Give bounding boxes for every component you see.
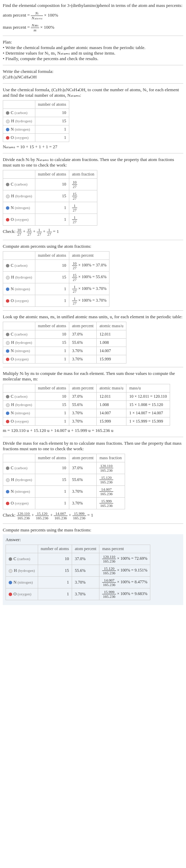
element-dot-icon bbox=[6, 218, 9, 221]
plan-b3: • Finally, compute the percents and chec… bbox=[3, 56, 183, 62]
count-section: Use the chemical formula, (C₂H₅)₂NC₆H₄OH… bbox=[3, 87, 183, 150]
divider bbox=[3, 65, 183, 65]
table-row: C (carbon)1037.0%12.011 bbox=[3, 330, 126, 339]
plan-b1: • Write the chemical formula and gather … bbox=[3, 45, 183, 50]
atomfrac-check: Check: 1027 + 1527 + 127 + 127 = 1 bbox=[3, 228, 183, 236]
table-row: H (hydrogen)1555.6%1.00815 × 1.008 = 15.… bbox=[3, 401, 170, 409]
element-dot-icon bbox=[6, 478, 10, 482]
table-row: H (hydrogen)1555.6%1.008 bbox=[3, 339, 126, 347]
table-row: H (hydrogen)151527 × 100% = 55.6% bbox=[3, 272, 109, 283]
divider bbox=[3, 523, 183, 524]
table-row: C (carbon)1037.0%120.110165.236 bbox=[3, 462, 125, 474]
final-section: Compute mass percents using the mass fra… bbox=[3, 527, 183, 605]
table-row: N (nitrogen)1127 × 100% = 3.70% bbox=[3, 283, 109, 295]
formula-prompt: Write the chemical formula: bbox=[3, 69, 183, 74]
fraction: 14.007165.236 bbox=[99, 487, 113, 496]
formula-value: (C₂H₅)₂NC₆H₄OH bbox=[3, 74, 183, 80]
fraction: 127 bbox=[72, 215, 77, 224]
fraction: 127 bbox=[72, 204, 77, 212]
element-cell: N (nitrogen) bbox=[3, 409, 35, 417]
fraction: 15.120165.236 bbox=[35, 511, 49, 520]
atom-percent-lhs: atom percent = bbox=[3, 12, 30, 18]
element-cell: C (carbon) bbox=[3, 393, 35, 401]
table-row: N (nitrogen)13.70%14.007165.236 × 100% =… bbox=[6, 577, 150, 588]
intro-text: Find the elemental composition for 3-(di… bbox=[3, 3, 183, 8]
table-row: O (oxygen)13.70%15.999165.236 bbox=[3, 498, 125, 509]
fraction: 127 bbox=[72, 296, 77, 305]
element-cell: O (oxygen) bbox=[3, 214, 35, 226]
mass-lookup-section: Look up the atomic mass, mᵢ, in unified … bbox=[3, 314, 183, 364]
fraction: 1027 bbox=[17, 228, 22, 236]
fraction: 14.007165.236 bbox=[54, 511, 68, 520]
element-cell: H (hydrogen) bbox=[3, 117, 35, 125]
answer-label: Answer: bbox=[6, 537, 180, 542]
element-dot-icon bbox=[6, 206, 9, 210]
divider bbox=[3, 83, 183, 84]
header-atoms: number of atoms bbox=[35, 101, 69, 109]
element-dot-icon bbox=[6, 358, 9, 361]
final-table: number of atomsatom percentmass percent … bbox=[6, 545, 150, 600]
element-dot-icon bbox=[9, 593, 12, 596]
element-cell: C (carbon) bbox=[3, 462, 35, 474]
table-row: N (nitrogen)1 bbox=[3, 125, 69, 134]
element-dot-icon bbox=[9, 581, 12, 584]
element-dot-icon bbox=[6, 412, 9, 415]
fraction: 15.120165.236 bbox=[102, 566, 116, 575]
element-dot-icon bbox=[9, 569, 12, 573]
atom-percent-frac: Nᵢ Nₐₜₒₘₛ bbox=[31, 11, 43, 20]
element-cell: C (carbon) bbox=[3, 260, 35, 272]
element-cell: C (carbon) bbox=[3, 109, 35, 117]
table-row: H (hydrogen)1555.6%15.120165.236 × 100% … bbox=[6, 565, 150, 577]
table-row: C (carbon)1037.0%12.01110 × 12.011 = 120… bbox=[3, 393, 170, 401]
count-text: Use the chemical formula, (C₂H₅)₂NC₆H₄OH… bbox=[3, 87, 183, 98]
fraction: 1027 bbox=[72, 180, 77, 189]
element-dot-icon bbox=[6, 420, 9, 423]
massfrac-check: Check: 120.110165.236 + 15.120165.236 + … bbox=[3, 511, 183, 520]
element-cell: N (nitrogen) bbox=[3, 202, 35, 214]
atomfrac-section: Divide each Nᵢ by Nₐₜₒₘₛ to calculate at… bbox=[3, 157, 183, 236]
fraction: 1527 bbox=[27, 228, 32, 236]
chemical-formula-section: Write the chemical formula: (C₂H₅)₂NC₆H₄… bbox=[3, 69, 183, 80]
fraction: 127 bbox=[37, 228, 42, 236]
element-dot-icon bbox=[6, 341, 10, 345]
table-row: O (oxygen)13.70%15.9991 × 15.999 = 15.99… bbox=[3, 417, 170, 426]
element-dot-icon bbox=[6, 195, 10, 198]
element-cell: H (hydrogen) bbox=[3, 190, 35, 202]
table-row: H (hydrogen)151527 bbox=[3, 190, 97, 202]
divider bbox=[3, 240, 183, 240]
element-cell: C (carbon) bbox=[3, 330, 35, 339]
mass-mult-table: number of atomsatom percentatomic mass/u… bbox=[3, 384, 170, 426]
count-table: number of atoms C (carbon)10H (hydrogen)… bbox=[3, 100, 69, 142]
table-row: C (carbon)1037.0%120.110165.236 × 100% =… bbox=[6, 553, 150, 565]
fraction: 15.999165.236 bbox=[72, 511, 86, 520]
fraction: 120.110165.236 bbox=[102, 555, 116, 563]
element-dot-icon bbox=[9, 557, 12, 561]
element-dot-icon bbox=[6, 490, 9, 493]
fraction: 120.110165.236 bbox=[17, 511, 30, 520]
fraction: 1027 bbox=[72, 261, 77, 270]
atom-percent-formula: atom percent = Nᵢ Nₐₜₒₘₛ × 100% bbox=[3, 11, 183, 20]
massfrac-table: number of atomsatom percentmass fraction… bbox=[3, 454, 125, 509]
plan-title: Plan: bbox=[3, 39, 183, 45]
table-row: N (nitrogen)1127 bbox=[3, 202, 97, 214]
mass-mult-section: Multiply Nᵢ by mᵢ to compute the mass fo… bbox=[3, 371, 183, 433]
element-cell: O (oxygen) bbox=[3, 417, 35, 426]
element-dot-icon bbox=[6, 111, 9, 115]
divider bbox=[3, 36, 183, 36]
plan: Plan: • Write the chemical formula and g… bbox=[3, 39, 183, 62]
element-cell: N (nitrogen) bbox=[3, 347, 35, 355]
mass-percent-lhs: mass percent = bbox=[3, 25, 30, 30]
fraction: 15.999165.236 bbox=[102, 590, 116, 598]
element-dot-icon bbox=[6, 136, 9, 140]
element-cell: H (hydrogen) bbox=[3, 474, 35, 486]
element-cell: N (nitrogen) bbox=[3, 283, 35, 295]
element-dot-icon bbox=[6, 395, 9, 398]
atompercent-text: Compute atom percents using the atom fra… bbox=[3, 244, 183, 249]
times-100: × 100% bbox=[44, 12, 58, 18]
element-dot-icon bbox=[6, 276, 10, 280]
table-row: O (oxygen)1127 bbox=[3, 214, 97, 226]
fraction: 15.120165.236 bbox=[99, 475, 113, 484]
fraction: 1527 bbox=[72, 192, 77, 200]
answer-box: Answer: number of atomsatom percentmass … bbox=[3, 534, 183, 605]
table-row: O (oxygen)1127 × 100% = 3.70% bbox=[3, 295, 109, 307]
